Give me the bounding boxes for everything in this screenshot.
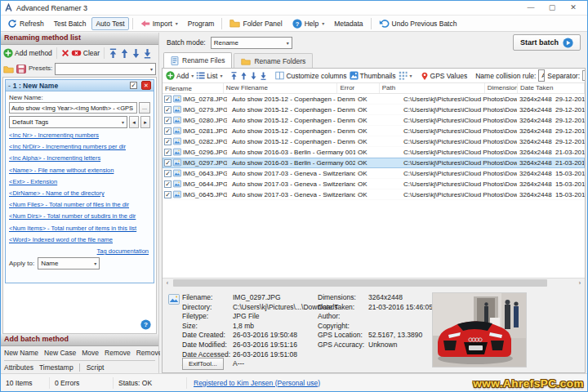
column-header-filename[interactable]: Filename — [163, 83, 224, 93]
minimize-button[interactable]: — — [520, 1, 541, 15]
collapse-glyph[interactable]: - — [8, 82, 11, 90]
tag-link[interactable]: <DirName> - Name of the directory — [9, 188, 150, 199]
metadata-button[interactable]: Metadata — [330, 17, 367, 30]
method-header[interactable]: - 1 : New Name ✓ ✕ — [6, 80, 154, 91]
row-checkbox[interactable]: ✓ — [164, 127, 172, 135]
tag-page-left-button[interactable]: ◂ — [129, 116, 139, 128]
table-row[interactable]: ✓ IMG_0644.JPG Auto show 2017-03 - Genev… — [163, 179, 585, 189]
auto-test-button[interactable]: Auto Test — [91, 17, 128, 30]
row-checkbox[interactable]: ✓ — [164, 106, 172, 114]
table-row[interactable]: ✓ IMG_0296.JPG Auto show 2016-03 - Berli… — [163, 147, 585, 158]
move-down-icon[interactable] — [250, 71, 257, 81]
apply-to-dropdown[interactable]: Name▾ — [38, 257, 100, 270]
table-row[interactable]: ✓ IMG_0297.JPG Auto show 2016-03 - Berli… — [163, 158, 585, 168]
tag-link[interactable]: <Inc Nr> - Incrementing numbers — [9, 130, 150, 141]
add-method-link[interactable]: New Name — [4, 349, 38, 357]
column-header-error[interactable]: Error — [337, 83, 379, 93]
table-row[interactable]: ✓ IMG_0280.JPG Auto show 2015-12 - Copen… — [163, 115, 585, 126]
row-checkbox[interactable]: ✓ — [164, 138, 172, 145]
test-batch-button[interactable]: Test Batch — [50, 17, 91, 30]
add-method-link[interactable]: New Case — [44, 349, 76, 357]
move-bottom-icon[interactable] — [260, 71, 267, 81]
move-up-icon[interactable] — [120, 48, 129, 59]
tab-rename-folders[interactable]: Rename Folders — [234, 53, 313, 68]
method-help-icon[interactable]: ? — [140, 319, 151, 330]
table-row[interactable]: ✓ IMG_0278.JPG Auto show 2015-12 - Copen… — [163, 94, 585, 105]
help-button[interactable]: ? Help▾ — [288, 16, 329, 31]
tag-link[interactable]: <Ext> - Extension — [9, 176, 150, 188]
row-checkbox[interactable]: ✓ — [164, 191, 172, 198]
apply-to-label: Apply to: — [9, 260, 34, 267]
table-row[interactable]: ✓ IMG_0645.JPG Auto show 2017-03 - Genev… — [163, 189, 585, 200]
table-row[interactable]: ✓ IMG_0643.JPG Auto show 2017-03 - Genev… — [163, 168, 585, 179]
new-name-input[interactable] — [9, 102, 137, 114]
move-down-icon[interactable] — [131, 48, 140, 59]
tag-documentation-link[interactable]: Tag documentation — [97, 247, 149, 255]
scrollbar-thumb[interactable] — [173, 279, 547, 287]
column-header-dimensions[interactable]: Dimensions — [485, 83, 518, 93]
thumbnails-button[interactable]: Thumbnails — [350, 71, 396, 80]
folder-panel-button[interactable]: Folder Panel — [225, 16, 286, 30]
tag-link[interactable]: <Num Dirs> - Total number of subdirs in … — [9, 211, 150, 222]
table-row[interactable]: ✓ IMG_0281.JPG Auto show 2015-12 - Copen… — [163, 126, 585, 136]
row-checkbox[interactable]: ✓ — [164, 96, 172, 103]
tag-link[interactable]: <Name> - File name without extension — [9, 165, 150, 176]
add-method-link[interactable]: Timestamp — [39, 363, 74, 372]
tag-link[interactable]: <Inc Alpha> - Incrementing letters — [9, 153, 150, 164]
thumbnail-size-button[interactable]: ▾ — [399, 71, 412, 80]
batch-mode-dropdown[interactable]: Rename▾ — [211, 37, 292, 49]
column-header-date-taken[interactable]: Date Taken — [518, 83, 585, 93]
customize-columns-button[interactable]: Customize columns — [275, 71, 346, 80]
scrollbar-track[interactable] — [172, 278, 575, 287]
horizontal-scrollbar[interactable]: ‹ › — [163, 278, 585, 287]
column-header-path[interactable]: Path — [380, 83, 485, 93]
table-row[interactable]: ✓ IMG_0279.JPG Auto show 2015-12 - Copen… — [163, 105, 585, 115]
save-preset-icon[interactable] — [16, 65, 26, 74]
browse-tags-button[interactable]: ... — [139, 102, 150, 114]
add-method-link[interactable]: Remove — [105, 349, 131, 357]
add-method-link[interactable]: Move — [82, 349, 99, 357]
list-button[interactable]: List▾ — [196, 71, 222, 80]
move-top-icon[interactable] — [109, 48, 118, 59]
tag-link[interactable]: <Word> Indexed word of the file name — [9, 234, 150, 246]
scroll-left-arrow[interactable]: ‹ — [163, 278, 172, 287]
undo-previous-batch-button[interactable]: Undo Previous Batch — [375, 16, 461, 31]
close-button[interactable]: ✕ — [563, 1, 584, 15]
table-row[interactable]: ✓ IMG_0282.JPG Auto show 2015-12 - Copen… — [163, 136, 585, 147]
refresh-button[interactable]: Refresh — [3, 16, 48, 31]
maximize-button[interactable]: ▢ — [541, 1, 563, 15]
add-method-link[interactable]: Script — [79, 363, 105, 372]
tag-category-dropdown[interactable]: Default Tags▾ — [9, 116, 127, 128]
add-files-button[interactable]: Add▾ — [166, 71, 194, 80]
tag-link[interactable]: <Num Items> - Total number of items in t… — [9, 223, 150, 234]
presets-dropdown[interactable]: ▾ — [55, 63, 156, 75]
move-top-icon[interactable] — [230, 71, 238, 81]
tag-link[interactable]: <Inc NrDir> - Incrementing numbers per d… — [9, 141, 150, 153]
row-checkbox[interactable]: ✓ — [164, 159, 172, 167]
tab-rename-files[interactable]: Rename Files — [163, 52, 232, 68]
separator-input[interactable] — [582, 70, 586, 81]
row-checkbox[interactable]: ✓ — [164, 117, 172, 124]
tag-link[interactable]: <Num Files> - Total number of files in t… — [9, 199, 150, 211]
start-batch-button[interactable]: Start batch — [513, 34, 581, 51]
clear-button[interactable]: Clear — [61, 49, 100, 57]
name-collision-dropdown[interactable]: Append number▾ — [538, 69, 545, 82]
open-preset-folder-icon[interactable] — [3, 65, 14, 74]
import-button[interactable]: Import▾ — [136, 17, 182, 30]
column-header-new-filename[interactable]: New Filename — [224, 83, 338, 93]
method-close-button[interactable]: ✕ — [141, 81, 151, 90]
add-method-button[interactable]: Add method — [3, 48, 52, 58]
gps-values-button[interactable]: GPS Values — [421, 71, 468, 81]
tag-page-right-button[interactable]: ▸ — [140, 116, 150, 128]
move-up-icon[interactable] — [240, 71, 247, 81]
program-button[interactable]: Program — [184, 17, 219, 30]
row-checkbox[interactable]: ✓ — [164, 180, 172, 188]
scroll-right-arrow[interactable]: › — [575, 278, 585, 287]
registered-link[interactable]: Registered to Kim Jensen (Personal use) — [187, 379, 327, 387]
move-bottom-icon[interactable] — [143, 48, 152, 59]
add-method-link[interactable]: Attributes — [4, 363, 33, 372]
method-enabled-checkbox[interactable]: ✓ — [130, 82, 137, 89]
row-checkbox[interactable]: ✓ — [164, 149, 172, 156]
exiftool-button[interactable]: ExifTool... — [182, 358, 224, 370]
row-checkbox[interactable]: ✓ — [164, 170, 172, 177]
